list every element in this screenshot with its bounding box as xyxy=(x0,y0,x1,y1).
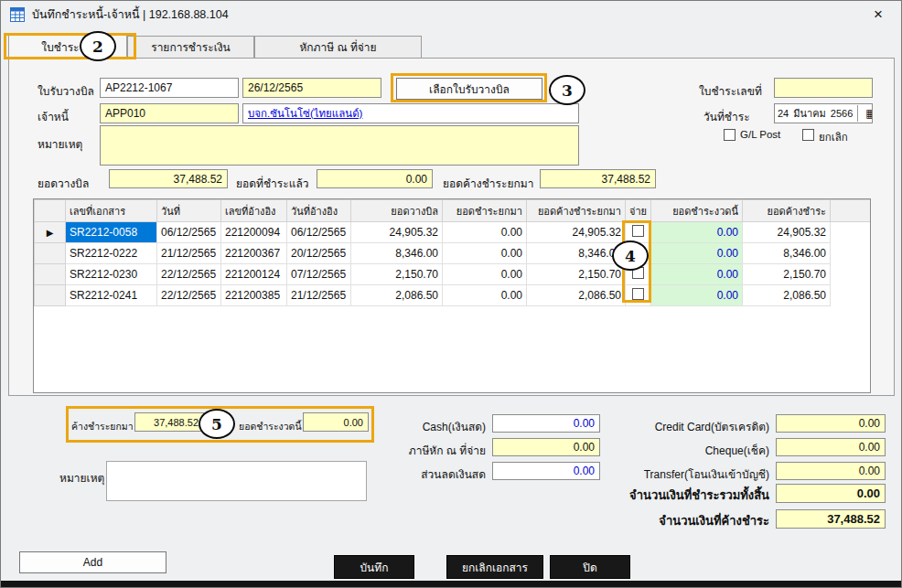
bill-receipt-date-field[interactable]: 26/12/2565 xyxy=(242,78,381,98)
cell-outstanding-bf[interactable]: 8,346.00 xyxy=(527,243,626,264)
cell-outstanding-bf[interactable]: 2,086.50 xyxy=(527,285,626,306)
bottom-remark-field[interactable] xyxy=(106,461,367,501)
table-row[interactable]: ▶ SR2212-0058 06/12/2565 221200094 06/12… xyxy=(35,222,872,243)
col-doc-no[interactable]: เลขที่เอกสาร xyxy=(66,200,157,222)
payment-date-year: 2566 xyxy=(831,108,853,119)
app-icon xyxy=(10,7,25,22)
cell-ref-no[interactable]: 221200385 xyxy=(221,285,287,306)
cell-doc-no[interactable]: SR2212-0222 xyxy=(66,243,157,264)
tab-withholding-tax[interactable]: หักภาษี ณ ที่จ่าย xyxy=(254,36,422,59)
annotation-circle-5: 5 xyxy=(199,409,235,439)
documents-table: เลขที่เอกสาร วันที่ เลขที่อ้างอิง วันที่… xyxy=(34,199,871,306)
row-selector[interactable] xyxy=(35,243,66,264)
cell-ref-no[interactable]: 221200094 xyxy=(221,222,287,243)
col-outstanding-bf[interactable]: ยอดค้างชำระยกมา xyxy=(527,200,626,222)
payment-no-label: ใบชำระเลขที่ xyxy=(699,82,762,100)
cell-paid-bf[interactable]: 0.00 xyxy=(443,264,527,285)
cheque-field[interactable]: 0.00 xyxy=(776,438,886,456)
pay-checkbox[interactable] xyxy=(632,288,644,300)
outstanding-total-field: 37,488.52 xyxy=(540,169,656,188)
carry-over-field: 37,488.52 xyxy=(134,412,204,432)
col-filler xyxy=(831,200,872,222)
col-date[interactable]: วันที่ xyxy=(157,200,221,222)
cell-outstanding[interactable]: 2,086.50 xyxy=(743,285,831,306)
cell-ref-date[interactable]: 21/12/2565 xyxy=(287,285,351,306)
cell-ref-date[interactable]: 07/12/2565 xyxy=(287,264,351,285)
save-button[interactable]: บันทึก xyxy=(334,555,414,579)
transfer-field[interactable]: 0.00 xyxy=(776,462,886,480)
col-ref-no[interactable]: เลขที่อ้างอิง xyxy=(221,200,287,222)
col-pay[interactable]: จ่าย xyxy=(626,200,651,222)
cell-ref-no[interactable]: 221200124 xyxy=(221,264,287,285)
creditor-name-link[interactable]: บจก.ซันโนโซ่(ไทยแลนด์) xyxy=(248,105,362,122)
bill-total-label: ยอดวางบิล xyxy=(38,175,89,192)
cell-paid-bf[interactable]: 0.00 xyxy=(443,222,527,243)
calendar-icon[interactable]: ▦ xyxy=(865,107,873,120)
cell-ref-date[interactable]: 20/12/2565 xyxy=(287,243,351,264)
col-pay-this[interactable]: ยอดชำระงวดนี้ xyxy=(651,200,743,222)
cancel-document-button[interactable]: ยกเลิกเอกสาร xyxy=(446,555,543,579)
col-ref-date[interactable]: วันที่อ้างอิง xyxy=(287,200,351,222)
tab-withholding-tax-label: หักภาษี ณ ที่จ่าย xyxy=(299,38,376,56)
cell-paid-bf[interactable]: 0.00 xyxy=(443,285,527,306)
gl-post-checkbox[interactable] xyxy=(724,129,736,141)
table-row[interactable]: SR2212-0230 22/12/2565 221200124 07/12/2… xyxy=(35,264,872,285)
row-selector[interactable] xyxy=(35,264,66,285)
row-selector[interactable]: ▶ xyxy=(35,222,66,243)
cell-filler xyxy=(831,243,872,264)
cell-doc-no[interactable]: SR2212-0241 xyxy=(66,285,157,306)
cell-outstanding[interactable]: 2,150.70 xyxy=(743,264,831,285)
cell-date[interactable]: 06/12/2565 xyxy=(157,222,221,243)
cancel-checkbox[interactable] xyxy=(802,129,814,141)
table-row[interactable]: SR2212-0222 21/12/2565 221200367 20/12/2… xyxy=(35,243,872,264)
cell-outstanding-bf[interactable]: 24,905.32 xyxy=(527,222,626,243)
row-selector[interactable] xyxy=(35,285,66,306)
col-outstanding[interactable]: ยอดค้างชำระ xyxy=(743,200,831,222)
payment-date-label: วันที่ชำระ xyxy=(703,108,750,125)
grid-header-row: เลขที่เอกสาร วันที่ เลขที่อ้างอิง วันที่… xyxy=(35,200,872,222)
cell-paid-bf[interactable]: 0.00 xyxy=(443,243,527,264)
cell-bill-amount[interactable]: 24,905.32 xyxy=(351,222,443,243)
table-row[interactable]: SR2212-0241 22/12/2565 221200385 21/12/2… xyxy=(35,285,872,306)
creditor-label: เจ้าหนี้ xyxy=(38,108,69,125)
payment-no-field[interactable] xyxy=(774,78,873,98)
payment-date-picker[interactable]: 24 มีนาคม 2566 ▦ ▼ xyxy=(774,103,873,123)
cheque-label: Cheque(เช็ค) xyxy=(568,442,769,459)
add-button[interactable]: Add xyxy=(19,551,166,573)
remark-field[interactable] xyxy=(100,125,579,166)
bill-receipt-no-field[interactable]: AP2212-1067 xyxy=(100,78,239,98)
cell-bill-amount[interactable]: 2,150.70 xyxy=(351,264,443,285)
cell-pay-this[interactable]: 0.00 xyxy=(651,285,743,306)
cell-bill-amount[interactable]: 2,086.50 xyxy=(351,285,443,306)
paid-total-field: 0.00 xyxy=(317,169,433,188)
creditor-code-field[interactable]: APP010 xyxy=(100,103,239,123)
cell-doc-no[interactable]: SR2212-0058 xyxy=(66,222,157,243)
cell-pay-this[interactable]: 0.00 xyxy=(651,222,743,243)
close-button[interactable]: ปิด xyxy=(550,555,630,579)
col-bill-amount[interactable]: ยอดวางบิล xyxy=(351,200,443,222)
total-outstanding-label: จำนวนเงินที่ค้างชำระ xyxy=(532,511,769,530)
cell-outstanding[interactable]: 24,905.32 xyxy=(743,222,831,243)
tab-payment-items[interactable]: รายการชำระเงิน xyxy=(127,36,254,59)
cell-outstanding-bf[interactable]: 2,150.70 xyxy=(527,264,626,285)
cell-pay-this[interactable]: 0.00 xyxy=(651,264,743,285)
cell-date[interactable]: 21/12/2565 xyxy=(157,243,221,264)
cell-ref-date[interactable]: 06/12/2565 xyxy=(287,222,351,243)
cell-pay-this[interactable]: 0.00 xyxy=(651,243,743,264)
cell-ref-no[interactable]: 221200367 xyxy=(221,243,287,264)
cell-doc-no[interactable]: SR2212-0230 xyxy=(66,264,157,285)
cell-date[interactable]: 22/12/2565 xyxy=(157,285,221,306)
cell-date[interactable]: 22/12/2565 xyxy=(157,264,221,285)
select-bill-receipt-button[interactable]: เลือกใบรับวางบิล xyxy=(396,78,542,100)
cell-bill-amount[interactable]: 8,346.00 xyxy=(351,243,443,264)
credit-card-field[interactable]: 0.00 xyxy=(776,414,886,433)
credit-card-label: Credit Card(บัตรเครดิต) xyxy=(568,418,769,435)
cell-outstanding[interactable]: 8,346.00 xyxy=(743,243,831,264)
payment-date-day: 24 xyxy=(778,108,789,119)
close-icon[interactable]: × xyxy=(863,4,894,26)
title-bar: บันทึกชำระหนี้-เจ้าหนี้ | 192.168.88.104 xyxy=(1,1,901,28)
col-paid-bf[interactable]: ยอดชำระยกมา xyxy=(443,200,527,222)
annotation-circle-2: 2 xyxy=(80,31,116,61)
cell-filler xyxy=(831,222,872,243)
pay-checkbox[interactable] xyxy=(632,225,644,237)
